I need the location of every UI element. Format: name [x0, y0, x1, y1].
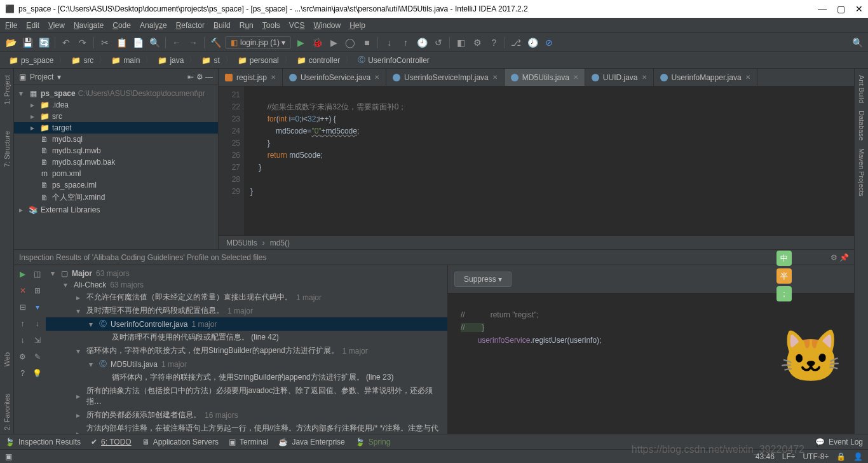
inspection-item[interactable]: 及时清理不再使用的代码段或配置信息。 (line 42) — [46, 331, 447, 344]
bc-controller[interactable]: 📁 controller — [293, 55, 344, 66]
collapse-icon[interactable]: ⇤ — [187, 73, 194, 81]
tool-database[interactable]: Database — [858, 107, 865, 144]
save-icon[interactable]: 💾 — [20, 36, 34, 50]
help-icon[interactable]: ? — [487, 36, 501, 50]
tree-item[interactable]: ▸📁target — [14, 122, 218, 134]
close-icon[interactable]: ✕ — [642, 74, 647, 81]
vcs-history-icon[interactable]: 🕘 — [415, 36, 429, 50]
tree-item[interactable]: mpom.xml — [14, 168, 218, 179]
inspection-item[interactable]: ▾Ali-Check 63 majors — [46, 279, 447, 291]
git-icon[interactable]: ⎇ — [509, 36, 523, 50]
tree-item[interactable]: 🗎ps_space.iml — [14, 179, 218, 191]
settings-icon[interactable]: ⚙ — [17, 350, 29, 363]
find-icon[interactable]: 🔍 — [147, 36, 161, 50]
autoscroll-icon[interactable]: ⇲ — [31, 334, 43, 347]
tab-inspection[interactable]: 🍃 Inspection Results — [5, 438, 81, 446]
tree-item[interactable]: ▸📁src — [14, 111, 218, 122]
suppress-button[interactable]: Suppress ▾ — [454, 272, 512, 287]
back-icon[interactable]: ← — [170, 36, 184, 50]
bc-st[interactable]: 📁 st — [198, 55, 223, 66]
clock-icon[interactable]: 🕗 — [526, 36, 539, 50]
vcs-revert-icon[interactable]: ↺ — [431, 36, 445, 50]
close-icon[interactable]: ✕ — [745, 74, 750, 81]
menu-run[interactable]: Run — [240, 21, 254, 30]
close-icon[interactable]: ✕ — [271, 74, 276, 81]
menu-window[interactable]: Window — [313, 21, 341, 30]
status-position[interactable]: 43:46 — [756, 452, 775, 461]
close-icon[interactable]: ✕ — [17, 284, 29, 297]
status-encoding[interactable]: UTF-8÷ — [803, 452, 829, 461]
editor-tab[interactable]: MD5Utils.java✕ — [505, 69, 585, 86]
forward-icon[interactable]: → — [186, 36, 200, 50]
menu-help[interactable]: Help — [349, 21, 365, 30]
debug-icon[interactable]: 🐞 — [310, 36, 324, 50]
tree-item[interactable]: 🗎mydb.sql.mwb.bak — [14, 156, 218, 168]
close-icon[interactable]: ✕ — [573, 74, 578, 81]
inspection-item[interactable]: ▸方法内部单行注释，在被注释语句上方另起一行，使用//注释。方法内部多行注释使用… — [46, 422, 447, 434]
tree-item[interactable]: 🗎mydb.sql.mwb — [14, 145, 218, 156]
tool-project[interactable]: 1: Project — [3, 71, 11, 108]
hide-icon[interactable]: — — [205, 73, 213, 81]
menu-edit[interactable]: Edit — [26, 21, 39, 30]
tree-item[interactable]: ▸📁.idea — [14, 99, 218, 111]
status-lf[interactable]: LF÷ — [782, 452, 796, 461]
inspection-item[interactable]: ▾Ⓒ MD5Utils.java 1 major — [46, 357, 447, 371]
menu-build[interactable]: Build — [214, 21, 231, 30]
bc-main[interactable]: 📁 main — [107, 55, 144, 66]
build-icon[interactable]: 🔨 — [208, 36, 222, 50]
menu-tools[interactable]: Tools — [262, 21, 280, 30]
vcs-commit-icon[interactable]: ↑ — [398, 36, 412, 50]
bc-class[interactable]: Ⓒ UserinfoController — [354, 53, 433, 67]
code-area[interactable]: //如果生成数字未满32位，需要前面补0； for(int i=0;i<32;i… — [244, 86, 854, 235]
event-log[interactable]: 💬 Event Log — [815, 438, 863, 446]
filter-icon[interactable]: ▾ — [31, 301, 43, 314]
tool-structure[interactable]: 7: Structure — [3, 127, 11, 171]
project-tree[interactable]: ▾ ▦ ps_space C:\Users\ASUS\Desktop\docum… — [14, 85, 218, 249]
paste-icon[interactable]: 📄 — [131, 36, 145, 50]
tool-ant[interactable]: Ant Build — [858, 71, 865, 107]
gear-icon[interactable]: ⚙ — [196, 73, 203, 81]
editor-tab[interactable]: UserinfoMapper.java✕ — [654, 69, 757, 86]
pin-icon[interactable]: 📌 — [839, 253, 849, 262]
tool-favorites[interactable]: 2: Favorites — [3, 390, 11, 434]
tab-appservers[interactable]: 🖥 Application Servers — [142, 438, 219, 446]
menu-analyze[interactable]: Analyze — [140, 21, 167, 30]
profile-icon[interactable]: ◯ — [343, 36, 357, 50]
next-icon[interactable]: ↓ — [17, 334, 29, 347]
tree-item[interactable]: 🗎个人空间.xmind — [14, 191, 218, 204]
editor-tab[interactable]: regist.jsp✕ — [219, 69, 283, 86]
structure-icon[interactable]: ◧ — [454, 36, 468, 50]
bc-java[interactable]: 📁 java — [154, 55, 187, 66]
tab-todo[interactable]: ✔ 6: TODO — [91, 438, 132, 446]
menu-view[interactable]: View — [48, 21, 65, 30]
tool-web[interactable]: Web — [3, 349, 11, 370]
inspection-item[interactable]: ▸所有的抽象方法（包括接口中的方法）必须要用javadoc注释、除了返回值、参数… — [46, 384, 447, 408]
stop-icon[interactable]: ■ — [360, 36, 374, 50]
close-icon[interactable]: ✕ — [374, 74, 379, 81]
redo-icon[interactable]: ↷ — [76, 36, 90, 50]
menu-file[interactable]: File — [5, 21, 17, 30]
edit-icon[interactable]: ✎ — [31, 350, 43, 363]
bc-personal[interactable]: 📁 personal — [234, 55, 283, 66]
inspection-item[interactable]: 循环体内，字符串的联接方式，使用StringBuilder的append方法进行… — [46, 371, 447, 384]
tab-terminal[interactable]: ▣ Terminal — [229, 438, 268, 446]
inspection-item[interactable]: ▾▢ Major 63 majors — [46, 268, 447, 279]
inspection-item[interactable]: ▸所有的类都必须添加创建者信息。 16 majors — [46, 408, 447, 422]
editor-tab[interactable]: UserinfoService.java✕ — [283, 69, 386, 86]
inspection-item[interactable]: ▸不允许任何魔法值（即未经定义的常量）直接出现在代码中。 1 major — [46, 291, 447, 304]
undo-icon[interactable]: ↶ — [59, 36, 73, 50]
block-icon[interactable]: ⊘ — [542, 36, 556, 50]
copy-icon[interactable]: 📋 — [114, 36, 128, 50]
bc-src[interactable]: 📁 src — [67, 55, 97, 66]
tree-root[interactable]: ▾ ▦ ps_space C:\Users\ASUS\Desktop\docum… — [14, 88, 218, 99]
close-icon[interactable]: ✕ — [492, 74, 498, 81]
minimize-button[interactable]: — — [818, 4, 827, 14]
bc-project[interactable]: 📁 ps_space — [5, 55, 57, 66]
menu-navigate[interactable]: Navigate — [74, 21, 104, 30]
run-icon[interactable]: ▶ — [294, 36, 308, 50]
inspection-tree[interactable]: ▾▢ Major 63 majors▾Ali-Check 63 majors▸不… — [46, 265, 447, 434]
coverage-icon[interactable]: ▶ — [327, 36, 341, 50]
editor-body[interactable]: 212223242526272829 //如果生成数字未满32位，需要前面补0；… — [219, 86, 854, 235]
menu-vcs[interactable]: VCS — [289, 21, 305, 30]
maximize-button[interactable]: ▢ — [837, 4, 845, 14]
